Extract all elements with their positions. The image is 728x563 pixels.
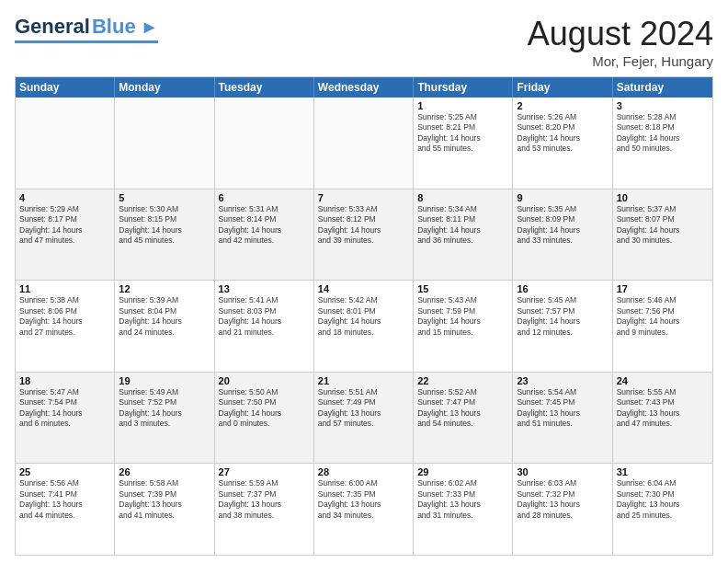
day-info: Sunrise: 5:43 AM Sunset: 7:59 PM Dayligh… [417, 295, 508, 338]
day-info: Sunrise: 5:28 AM Sunset: 8:18 PM Dayligh… [617, 112, 709, 155]
calendar-cell: 4Sunrise: 5:29 AM Sunset: 8:17 PM Daylig… [16, 190, 115, 281]
calendar-cell: 1Sunrise: 5:25 AM Sunset: 8:21 PM Daylig… [414, 98, 513, 189]
day-info: Sunrise: 5:56 AM Sunset: 7:41 PM Dayligh… [19, 478, 110, 521]
title-area: August 2024 Mor, Fejer, Hungary [528, 15, 713, 69]
calendar-cell: 19Sunrise: 5:49 AM Sunset: 7:52 PM Dayli… [115, 373, 214, 464]
calendar-header: Sunday Monday Tuesday Wednesday Thursday… [16, 77, 712, 98]
calendar-cell: 9Sunrise: 5:35 AM Sunset: 8:09 PM Daylig… [513, 190, 612, 281]
day-number: 20 [219, 375, 310, 386]
calendar-cell: 25Sunrise: 5:56 AM Sunset: 7:41 PM Dayli… [16, 464, 115, 555]
day-number: 30 [517, 466, 608, 477]
weekday-thursday: Thursday [414, 77, 513, 98]
day-info: Sunrise: 5:29 AM Sunset: 8:17 PM Dayligh… [19, 204, 110, 247]
day-info: Sunrise: 5:30 AM Sunset: 8:15 PM Dayligh… [119, 204, 210, 247]
day-info: Sunrise: 5:42 AM Sunset: 8:01 PM Dayligh… [318, 295, 409, 338]
day-number: 2 [517, 100, 608, 111]
day-info: Sunrise: 5:26 AM Sunset: 8:20 PM Dayligh… [517, 112, 608, 155]
day-number: 15 [417, 283, 508, 294]
day-number: 6 [219, 192, 310, 203]
day-info: Sunrise: 5:55 AM Sunset: 7:43 PM Dayligh… [617, 387, 709, 430]
day-info: Sunrise: 6:02 AM Sunset: 7:33 PM Dayligh… [417, 478, 508, 521]
day-number: 18 [19, 375, 110, 386]
calendar-cell: 14Sunrise: 5:42 AM Sunset: 8:01 PM Dayli… [314, 281, 414, 372]
day-info: Sunrise: 5:25 AM Sunset: 8:21 PM Dayligh… [417, 112, 508, 155]
weekday-wednesday: Wednesday [314, 77, 414, 98]
day-number: 11 [19, 283, 110, 294]
day-number: 3 [617, 100, 709, 111]
day-info: Sunrise: 6:03 AM Sunset: 7:32 PM Dayligh… [517, 478, 608, 521]
calendar-cell: 7Sunrise: 5:33 AM Sunset: 8:12 PM Daylig… [314, 190, 414, 281]
calendar-cell: 20Sunrise: 5:50 AM Sunset: 7:50 PM Dayli… [215, 373, 314, 464]
day-number: 19 [119, 375, 210, 386]
calendar-cell: 13Sunrise: 5:41 AM Sunset: 8:03 PM Dayli… [215, 281, 314, 372]
calendar-cell: 29Sunrise: 6:02 AM Sunset: 7:33 PM Dayli… [414, 464, 513, 555]
day-number: 13 [219, 283, 310, 294]
day-info: Sunrise: 5:59 AM Sunset: 7:37 PM Dayligh… [219, 478, 310, 521]
weekday-monday: Monday [115, 77, 214, 98]
day-info: Sunrise: 5:37 AM Sunset: 8:07 PM Dayligh… [617, 204, 709, 247]
calendar-cell [314, 98, 414, 189]
calendar: Sunday Monday Tuesday Wednesday Thursday… [15, 76, 713, 556]
day-number: 29 [417, 466, 508, 477]
day-number: 27 [219, 466, 310, 477]
day-number: 31 [617, 466, 709, 477]
weekday-sunday: Sunday [16, 77, 115, 98]
logo-blue: Blue [92, 15, 136, 39]
calendar-cell: 6Sunrise: 5:31 AM Sunset: 8:14 PM Daylig… [215, 190, 314, 281]
calendar-cell: 27Sunrise: 5:59 AM Sunset: 7:37 PM Dayli… [215, 464, 314, 555]
day-number: 23 [517, 375, 608, 386]
day-number: 7 [318, 192, 409, 203]
calendar-cell: 2Sunrise: 5:26 AM Sunset: 8:20 PM Daylig… [513, 98, 612, 189]
day-info: Sunrise: 5:54 AM Sunset: 7:45 PM Dayligh… [517, 387, 608, 430]
calendar-row-4: 18Sunrise: 5:47 AM Sunset: 7:54 PM Dayli… [16, 373, 712, 465]
day-number: 21 [318, 375, 409, 386]
calendar-row-3: 11Sunrise: 5:38 AM Sunset: 8:06 PM Dayli… [16, 281, 712, 373]
day-info: Sunrise: 5:49 AM Sunset: 7:52 PM Dayligh… [119, 387, 210, 430]
logo-underline [15, 40, 158, 43]
calendar-cell: 28Sunrise: 6:00 AM Sunset: 7:35 PM Dayli… [314, 464, 414, 555]
calendar-cell: 26Sunrise: 5:58 AM Sunset: 7:39 PM Dayli… [115, 464, 214, 555]
day-number: 12 [119, 283, 210, 294]
day-info: Sunrise: 5:46 AM Sunset: 7:56 PM Dayligh… [617, 295, 709, 338]
day-number: 10 [617, 192, 709, 203]
calendar-cell [115, 98, 214, 189]
day-info: Sunrise: 5:51 AM Sunset: 7:49 PM Dayligh… [318, 387, 409, 430]
calendar-cell [215, 98, 314, 189]
calendar-cell: 24Sunrise: 5:55 AM Sunset: 7:43 PM Dayli… [613, 373, 712, 464]
day-info: Sunrise: 5:38 AM Sunset: 8:06 PM Dayligh… [19, 295, 110, 338]
calendar-cell: 18Sunrise: 5:47 AM Sunset: 7:54 PM Dayli… [16, 373, 115, 464]
logo-general: General [15, 15, 90, 39]
day-number: 5 [119, 192, 210, 203]
day-number: 22 [417, 375, 508, 386]
calendar-cell [16, 98, 115, 189]
day-info: Sunrise: 5:47 AM Sunset: 7:54 PM Dayligh… [19, 387, 110, 430]
day-info: Sunrise: 5:45 AM Sunset: 7:57 PM Dayligh… [517, 295, 608, 338]
calendar-cell: 12Sunrise: 5:39 AM Sunset: 8:04 PM Dayli… [115, 281, 214, 372]
day-number: 9 [517, 192, 608, 203]
calendar-cell: 30Sunrise: 6:03 AM Sunset: 7:32 PM Dayli… [513, 464, 612, 555]
day-number: 28 [318, 466, 409, 477]
day-info: Sunrise: 5:52 AM Sunset: 7:47 PM Dayligh… [417, 387, 508, 430]
calendar-cell: 23Sunrise: 5:54 AM Sunset: 7:45 PM Dayli… [513, 373, 612, 464]
weekday-friday: Friday [513, 77, 612, 98]
calendar-row-2: 4Sunrise: 5:29 AM Sunset: 8:17 PM Daylig… [16, 190, 712, 282]
weekday-tuesday: Tuesday [215, 77, 314, 98]
day-info: Sunrise: 5:39 AM Sunset: 8:04 PM Dayligh… [119, 295, 210, 338]
page: General Blue ► August 2024 Mor, Fejer, H… [0, 0, 728, 563]
logo-bird-icon: ► [141, 17, 159, 38]
day-info: Sunrise: 5:35 AM Sunset: 8:09 PM Dayligh… [517, 204, 608, 247]
calendar-body: 1Sunrise: 5:25 AM Sunset: 8:21 PM Daylig… [16, 98, 712, 555]
calendar-cell: 21Sunrise: 5:51 AM Sunset: 7:49 PM Dayli… [314, 373, 414, 464]
calendar-row-1: 1Sunrise: 5:25 AM Sunset: 8:21 PM Daylig… [16, 98, 712, 190]
day-number: 4 [19, 192, 110, 203]
weekday-saturday: Saturday [613, 77, 712, 98]
calendar-cell: 16Sunrise: 5:45 AM Sunset: 7:57 PM Dayli… [513, 281, 612, 372]
day-number: 1 [417, 100, 508, 111]
day-info: Sunrise: 6:00 AM Sunset: 7:35 PM Dayligh… [318, 478, 409, 521]
calendar-cell: 3Sunrise: 5:28 AM Sunset: 8:18 PM Daylig… [613, 98, 712, 189]
logo: General Blue ► [15, 15, 158, 43]
day-number: 14 [318, 283, 409, 294]
month-title: August 2024 [528, 15, 713, 53]
day-number: 17 [617, 283, 709, 294]
calendar-cell: 5Sunrise: 5:30 AM Sunset: 8:15 PM Daylig… [115, 190, 214, 281]
